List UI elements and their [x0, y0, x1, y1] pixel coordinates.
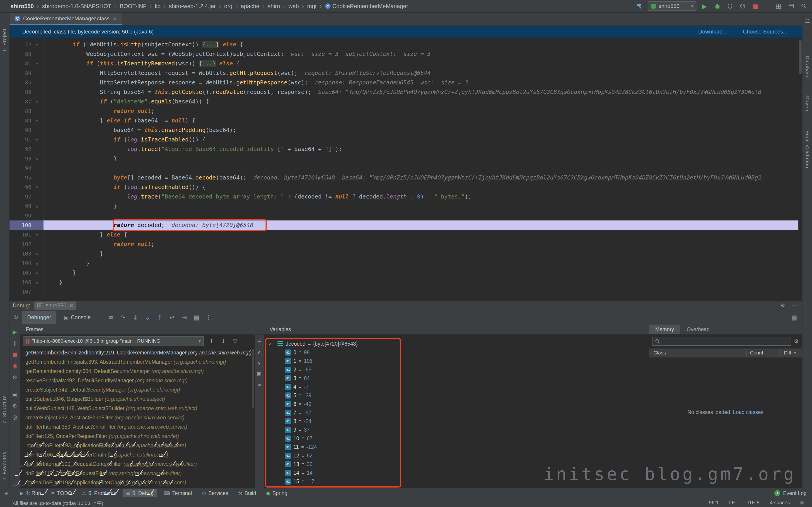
code-line[interactable]: 99 [9, 211, 798, 220]
variable-root[interactable]: ∨decoded = {byte[4720]@6548} [264, 340, 649, 348]
sidebar-item-structure[interactable]: 7: Structure [2, 395, 7, 424]
line-number[interactable]: 85 [9, 80, 31, 86]
sidebar-item-bean-validation[interactable]: Bean Validation [804, 130, 810, 168]
tool-window-button[interactable]: ⚠6: Problems [79, 489, 120, 497]
duplicate-icon[interactable]: ▣ [256, 370, 263, 377]
stack-frame[interactable]: buildWebSubject:148, WebSubject$Builder … [20, 404, 255, 413]
notifications-bell-icon[interactable] [805, 18, 810, 24]
stack-frame[interactable]: internalDoFilter:193, ApplicationFilterC… [20, 478, 255, 487]
code-line[interactable]: 90 base64 = this.ensurePadding(base64); [9, 125, 798, 135]
array-element[interactable]: 0114 = 14 [264, 468, 649, 477]
line-number[interactable]: 80 [9, 51, 31, 57]
array-element[interactable]: 0115 = -17 [264, 477, 649, 486]
line-number[interactable]: 89 [9, 118, 31, 124]
line-number[interactable]: 96 [9, 184, 31, 190]
line-number[interactable]: 98 [9, 203, 31, 209]
sidebar-item-database[interactable]: Database [804, 56, 810, 79]
tab-debugger[interactable]: Debugger [22, 311, 56, 324]
array-element[interactable]: 017 = -97 [264, 408, 649, 417]
code-line[interactable]: 87∨ if ("deleteMe".equals(base64)) { [9, 97, 798, 106]
stack-frame[interactable]: getRememberedSerializedIdentity:219, Coo… [20, 348, 255, 357]
file-encoding[interactable]: UTF-8 [745, 500, 759, 506]
breadcrumb-item[interactable]: org [224, 3, 233, 9]
tool-window-button[interactable]: ≡TODO [47, 489, 76, 497]
download-link[interactable]: Download... [698, 29, 727, 35]
array-element[interactable]: 0113 = 30 [264, 460, 649, 468]
sidebar-item-project[interactable]: 1: Project [2, 29, 7, 52]
code-line[interactable]: 98∧ } [9, 202, 798, 211]
frames-scrollbar[interactable] [252, 349, 254, 408]
caret-position[interactable]: 96:1 [709, 500, 719, 506]
add-watch-icon[interactable]: + [256, 338, 263, 344]
step-out-icon[interactable]: ↑ [155, 312, 165, 323]
mute-breakpoints-icon[interactable]: ⊘ [11, 374, 18, 381]
array-element[interactable]: 015 = -39 [264, 391, 649, 400]
fold-marker[interactable]: ∨ [31, 42, 43, 47]
rerun-icon[interactable]: ↻ [12, 314, 20, 321]
array-element[interactable]: 019 = 37 [264, 426, 649, 434]
drop-frame-icon[interactable]: ↩ [167, 312, 177, 323]
line-ending[interactable]: LF [729, 500, 735, 506]
stack-frame[interactable]: doFilter:125, OncePerRequestFilter (org.… [20, 432, 255, 441]
fold-marker[interactable]: ∨ [31, 137, 43, 142]
tab-overhead[interactable]: Overhead [680, 325, 716, 334]
line-number[interactable]: 86 [9, 89, 31, 95]
more-options-icon[interactable]: ⋮ [203, 312, 214, 323]
debug-settings-icon[interactable]: ⚙ [11, 402, 18, 410]
tab-console[interactable]: ▣Console [58, 311, 96, 324]
code-line[interactable]: 81∨ if (this.isIdentityRemoved(wsc)) {..… [9, 59, 798, 68]
thread-selector[interactable]: "http-nio-8080-exec-10"@6...3 in group "… [23, 336, 204, 346]
stop-icon[interactable]: ■ [11, 351, 18, 358]
evaluate-expression-icon[interactable]: ▦ [191, 312, 202, 323]
array-element[interactable]: 016 = -49 [264, 400, 649, 408]
code-line[interactable]: 107 [9, 287, 798, 296]
stack-frame[interactable]: doFilter:119, OncePerRequestFilter (org.… [20, 469, 255, 478]
stack-frame[interactable]: doFilterInternal:359, AbstractShiroFilte… [20, 422, 255, 432]
code-line[interactable]: 96∨ if (log.isTraceEnabled()) { [9, 182, 798, 192]
column-diff[interactable]: Diff▾ [780, 349, 802, 357]
step-into-icon[interactable]: ↓ [130, 312, 141, 323]
scrollbar-thumb[interactable] [799, 40, 802, 74]
breadcrumb-item[interactable]: shiro-web-1.2.4.jar [169, 3, 216, 9]
breadcrumb-item[interactable]: CCookieRememberMeManager [325, 3, 408, 9]
line-number[interactable]: 101 [9, 232, 31, 238]
stack-frame[interactable]: createSubject:342, DefaultSecurityManage… [20, 385, 255, 395]
code-line[interactable]: 100 return decoded; decoded: byte[4720]@… [9, 220, 798, 230]
close-icon[interactable]: × [113, 15, 117, 22]
array-element[interactable]: 012 = -65 [264, 365, 649, 374]
line-number[interactable]: 97 [9, 194, 31, 200]
profiler-button[interactable] [738, 2, 747, 11]
fold-marker[interactable]: ∧ [31, 261, 43, 266]
coverage-button[interactable] [725, 2, 734, 11]
line-number[interactable]: 103 [9, 251, 31, 257]
choose-sources-link[interactable]: Choose Sources... [743, 29, 788, 35]
code-line[interactable]: 104∧ } [9, 259, 798, 268]
stack-frame[interactable]: createSubject:292, AbstractShiroFilter (… [20, 413, 255, 422]
frame-up-icon[interactable]: ↑ [208, 337, 216, 345]
window-icon[interactable] [786, 2, 796, 11]
code-line[interactable]: 85 HttpServletResponse response = WebUti… [9, 78, 798, 88]
line-number[interactable]: 105 [9, 270, 31, 276]
fold-marker[interactable]: ∧ [31, 204, 43, 209]
show-execution-point-icon[interactable]: ≡ [106, 312, 116, 323]
line-number[interactable]: 88 [9, 108, 31, 114]
fold-marker[interactable]: ∨ [31, 232, 43, 237]
build-hammer-icon[interactable] [635, 2, 644, 11]
stack-frame[interactable]: buildSubject:846, Subject$Builder (org.a… [20, 395, 255, 404]
code-line[interactable]: 103∧ } [9, 249, 798, 259]
force-step-into-icon[interactable]: ⇓ [142, 312, 153, 323]
code-line[interactable]: 93∧ } [9, 154, 798, 163]
breadcrumb-item[interactable]: BOOT-INF [120, 3, 147, 9]
stack-frame[interactable]: doFilter:166, ApplicationFilterChain (or… [20, 450, 255, 459]
column-class[interactable]: Class [649, 350, 746, 356]
code-area[interactable]: 72∨ if (!WebUtils.isHttp(subjectContext)… [9, 38, 798, 296]
event-log-button[interactable]: 1 Event Log [774, 490, 807, 496]
fold-marker[interactable]: ∧ [31, 156, 43, 161]
breadcrumb-item[interactable]: shiro550 [10, 3, 34, 9]
fold-marker[interactable]: ∧ [31, 251, 43, 256]
tool-window-button[interactable]: ⌨Terminal [160, 489, 196, 497]
breadcrumb-item[interactable]: lib [155, 3, 161, 9]
collapse-icon[interactable]: ∧ [256, 349, 263, 355]
code-line[interactable]: 91∨ if (log.isTraceEnabled()) { [9, 135, 798, 145]
fold-marker[interactable]: ∧ [31, 271, 43, 275]
